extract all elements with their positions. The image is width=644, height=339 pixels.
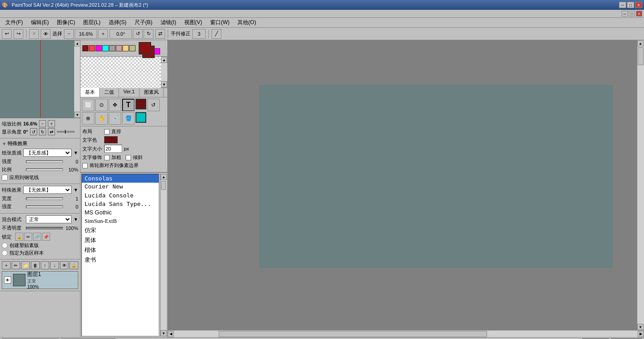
select-mode-btn[interactable]: ✕ [29,29,39,39]
color-swatch-cyan[interactable] [102,45,109,51]
lock-btn1[interactable]: 🔒 [15,233,23,241]
layer-visible-btn[interactable]: 👁 [60,261,69,269]
layer-edit-btn[interactable]: ✏ [12,261,21,269]
font-item-consolas[interactable]: Consolas [82,174,159,183]
create-sticker-radio[interactable] [2,243,8,248]
canvas-scroll-down[interactable]: ▼ [637,324,644,330]
inner-minimize-button[interactable]: ─ [622,11,628,17]
preview-scroll-down[interactable]: ▼ [74,112,80,118]
canvas-scroll-thumb-h[interactable] [219,331,487,337]
font-item-courier-new[interactable]: Courier New [82,183,159,191]
fill-tool[interactable]: 🪣 [122,112,135,125]
font-size-input[interactable] [104,145,122,153]
menu-view[interactable]: 视图(V) [181,18,206,27]
menu-ruler[interactable]: 尺子(B) [131,18,156,27]
canvas-scroll-thumb-v[interactable] [638,47,644,65]
drawing-canvas[interactable] [259,85,613,268]
undo-button[interactable]: ↩ [2,29,12,39]
restore-button[interactable]: □ [627,2,634,8]
bg-tool-swatch[interactable] [136,112,146,123]
rotate-ccw-btn[interactable]: ↺ [133,29,143,39]
color-swatch-bright-red[interactable] [89,45,95,51]
close-button[interactable]: × [635,2,642,8]
font-item-lucida-sans[interactable]: Lucida Sans Type... [82,200,159,208]
lock-btn3[interactable]: 🔗 [33,233,41,241]
select-eye-btn[interactable]: 👁 [41,29,51,39]
ratio-slider[interactable] [26,168,63,171]
rotate-cw-btn[interactable]: ↻ [144,29,153,39]
zoom-tool[interactable]: ⊕ [82,112,94,125]
apply-pen-checkbox[interactable] [2,175,8,180]
rotation-value[interactable]: 0.0° [110,29,132,39]
color-swatch-red[interactable] [82,45,89,51]
tab-ver1[interactable]: Ver.1 [119,88,140,97]
hand-correction-value[interactable]: 3 [192,29,206,39]
zoom-plus[interactable]: ＋ [48,120,55,127]
flip-h-btn[interactable]: ⇄ [48,128,55,135]
color-swatch-orange[interactable] [123,45,129,51]
eyedrop-tool[interactable]: 💉 [109,112,121,125]
select-lasso-tool[interactable]: ⊙ [95,99,108,111]
lock-btn4[interactable]: 📌 [42,233,50,241]
text-tool[interactable]: T [122,99,135,111]
layer-up-btn[interactable]: ↑ [41,261,50,269]
layer-delete-btn[interactable]: 🗑 [31,261,40,269]
strength2-slider[interactable] [26,205,63,208]
menu-file[interactable]: 文件(F) [2,18,26,27]
font-item-ms-gothic[interactable]: MS Gothic [82,208,159,217]
font-item-heiti[interactable]: 黑体 [82,235,159,245]
canvas-scroll-left[interactable]: ◀ [168,331,174,337]
blend-mode-select[interactable]: 正常 [26,215,72,223]
lock-btn2[interactable]: ✏ [24,233,32,241]
fg-color-swatch[interactable] [139,42,151,54]
cp-scroll-up[interactable]: ▲ [161,57,167,63]
color-magenta-mini[interactable] [154,48,160,54]
layer-item[interactable]: 👁 图层1 王常 100% [2,271,78,289]
effect2-select[interactable]: 【无效果】 [23,186,72,194]
cp-scroll-down[interactable]: ▼ [161,81,167,88]
menu-image[interactable]: 图像(C) [53,18,79,27]
menu-window[interactable]: 窗口(W) [207,18,233,27]
canvas-scroll-up[interactable]: ▲ [637,40,644,46]
color-swatch-magenta[interactable] [96,45,102,51]
canvas-scroll-right[interactable]: ▶ [638,331,644,337]
menu-edit[interactable]: 编辑(E) [27,18,52,27]
layer-folder-btn[interactable]: 📁 [21,261,30,269]
font-item-lishu[interactable]: 隶书 [82,255,159,265]
align-pixels-checkbox[interactable] [82,163,88,168]
inner-close-button[interactable]: × [636,11,642,17]
menu-select[interactable]: 选择(S) [105,18,130,27]
font-scroll-thumb[interactable] [161,181,166,190]
zoom-value[interactable]: 16.6% [75,29,97,39]
text-color-swatch[interactable] [104,136,118,143]
color-swatch-yellow[interactable] [129,45,136,51]
color-swatch-pink[interactable] [116,45,122,51]
opacity-slider[interactable] [26,227,63,230]
tab-binary[interactable]: 二值 [100,88,119,97]
move-tool[interactable]: ✥ [109,99,121,111]
font-item-kaiti[interactable]: 楷体 [82,245,159,255]
zoom-minus[interactable]: － [39,120,46,127]
font-scroll-down[interactable]: ▼ [161,330,167,336]
font-item-simsun[interactable]: SimSun-ExtB [82,217,159,226]
menu-other[interactable]: 其他(O) [234,18,259,27]
flip-btn[interactable]: ⇄ [155,29,165,39]
strength-slider[interactable] [26,160,63,163]
layer-down-btn[interactable]: ↓ [50,261,59,269]
layer-lock-icon-btn[interactable]: 🔒 [69,261,78,269]
color-picker-bg[interactable] [80,57,161,88]
tab-pixel[interactable]: 图素风 [140,88,164,97]
menu-filter[interactable]: 滤镜(I) [157,18,180,27]
tab-basic[interactable]: 基本 [80,88,100,97]
rotate-left-btn[interactable]: ↺ [30,128,37,135]
width-slider[interactable] [26,197,63,200]
set-selection-radio[interactable] [2,250,8,256]
italic-checkbox[interactable] [126,155,131,160]
rotate-tool[interactable]: ↺ [147,99,160,111]
preview-scroll-up[interactable]: ▲ [74,40,80,46]
font-item-fangsong[interactable]: 仿宋 [82,226,159,235]
hand-tool[interactable]: ✋ [95,112,108,125]
menu-layer[interactable]: 图层(L) [80,18,104,27]
redo-button[interactable]: ↪ [13,29,23,39]
layer-eye[interactable]: 👁 [4,276,11,284]
